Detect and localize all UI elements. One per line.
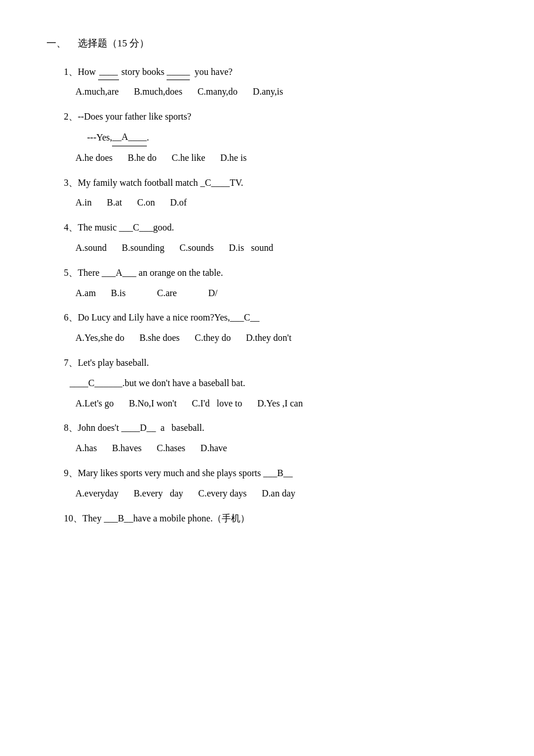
question-8-options: A.has B.haves C.hases D.have: [64, 440, 499, 457]
option-9d: D.an day: [262, 488, 295, 498]
option-7c: C.I'd love to: [192, 398, 242, 408]
question-2-text: 2、--Does your father like sports?: [64, 109, 499, 125]
option-4a: A.sound: [75, 243, 107, 253]
question-2: 2、--Does your father like sports? ---Yes…: [46, 109, 499, 166]
option-7b: B.No,I won't: [129, 398, 176, 408]
option-7d: D.Yes ,I can: [257, 398, 302, 408]
question-9: 9、Mary likes sports very much and she pl…: [46, 465, 499, 502]
question-3-options: A.in B.at C.on D.of: [64, 195, 499, 211]
question-8-text: 8、John does't ____D__ a baseball.: [64, 420, 499, 437]
question-2-subtext: ---Yes,__A____.: [64, 129, 499, 146]
option-1b: B.much,does: [134, 87, 183, 96]
option-3a: A.in: [75, 197, 92, 207]
option-4b: B.sounding: [122, 243, 164, 253]
question-5-options: A.am B.is C.are D/: [64, 285, 499, 302]
option-4d: D.is sound: [229, 243, 273, 253]
option-4c: C.sounds: [179, 243, 214, 253]
blank-1b: _____: [167, 63, 190, 81]
question-9-options: A.everyday B.every day C.every days D.an…: [64, 485, 499, 502]
option-1d: D.any,is: [252, 87, 283, 96]
option-8a: A.has: [75, 443, 97, 453]
section-number: 一、: [46, 35, 66, 53]
option-6c: C.they do: [195, 333, 231, 343]
option-1c: C.many,do: [197, 87, 237, 96]
option-6b: B.she does: [139, 333, 179, 343]
option-7a: A.Let's go: [75, 398, 114, 408]
option-9c: C.every days: [199, 488, 247, 498]
question-8: 8、John does't ____D__ a baseball. A.has …: [46, 420, 499, 457]
option-2c: C.he like: [172, 153, 205, 163]
question-10-text: 10、They ___B__have a mobile phone.（手机）: [64, 510, 499, 527]
question-4: 4、The music ___C___good. A.sound B.sound…: [46, 219, 499, 257]
question-2-options: A.he does B.he do C.he like D.he is: [64, 150, 499, 167]
section-header: 一、 选择题（15 分）: [46, 35, 499, 53]
option-3d: D.of: [170, 197, 187, 207]
option-6a: A.Yes,she do: [75, 333, 124, 343]
option-6d: D.they don't: [246, 333, 291, 343]
blank-1a: ____: [98, 63, 119, 81]
option-9b: B.every day: [134, 488, 183, 498]
question-4-options: A.sound B.sounding C.sounds D.is sound: [64, 240, 499, 257]
question-9-text: 9、Mary likes sports very much and she pl…: [64, 465, 499, 482]
question-10: 10、They ___B__have a mobile phone.（手机）: [46, 510, 499, 527]
option-9a: A.everyday: [75, 488, 118, 498]
section-title: 选择题（15 分）: [78, 35, 149, 53]
question-6-options: A.Yes,she do B.she does C.they do D.they…: [64, 330, 499, 347]
question-1: 1、How ____ story books _____ you have? A…: [46, 63, 499, 101]
question-3-text: 3、My family watch football match _C____T…: [64, 175, 499, 192]
option-3c: C.on: [137, 197, 155, 207]
option-3b: B.at: [107, 197, 122, 207]
option-5c: C.are: [157, 288, 176, 298]
option-1a: A.much,are: [75, 87, 119, 96]
option-5b: B.is: [111, 288, 125, 298]
question-3: 3、My family watch football match _C____T…: [46, 175, 499, 212]
question-5: 5、There ___A___ an orange on the table. …: [46, 265, 499, 302]
option-2b: B.he do: [128, 153, 157, 163]
question-6: 6、Do Lucy and Lily have a nice room?Yes,…: [46, 309, 499, 347]
option-5a: A.am: [75, 288, 96, 298]
question-7-text: 7、Let's play baseball.: [64, 355, 499, 372]
question-4-text: 4、The music ___C___good.: [64, 219, 499, 236]
option-8d: D.have: [200, 443, 227, 453]
question-5-text: 5、There ___A___ an orange on the table.: [64, 265, 499, 282]
option-2a: A.he does: [75, 153, 113, 163]
question-7-options: A.Let's go B.No,I won't C.I'd love to D.…: [64, 395, 499, 412]
question-7: 7、Let's play baseball. ____C______.but w…: [46, 355, 499, 412]
option-5d: D/: [208, 288, 218, 298]
question-1-text: 1、How ____ story books _____ you have?: [64, 63, 499, 81]
option-8b: B.haves: [112, 443, 142, 453]
question-1-options: A.much,are B.much,does C.many,do D.any,i…: [64, 84, 499, 100]
option-8c: C.hases: [157, 443, 185, 453]
question-7-subtext: ____C______.but we don't have a baseball…: [64, 375, 499, 392]
question-6-text: 6、Do Lucy and Lily have a nice room?Yes,…: [64, 309, 499, 326]
blank-2: __A____: [112, 129, 147, 146]
option-2d: D.he is: [221, 153, 247, 163]
